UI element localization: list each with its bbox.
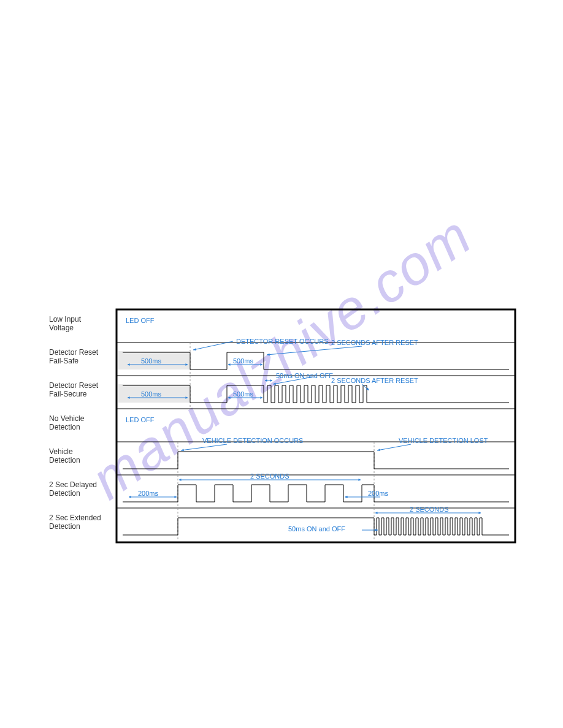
svg-marker-45	[179, 479, 182, 481]
label-after-reset: 2 SECONDS AFTER RESET	[331, 339, 418, 346]
row-label: Vehicle	[49, 447, 73, 456]
svg-marker-34	[270, 379, 272, 382]
row-label: Detection	[49, 423, 80, 431]
svg-text:500ms: 500ms	[233, 390, 254, 398]
svg-marker-55	[375, 512, 378, 514]
label-500ms: 500ms	[141, 357, 162, 365]
svg-text:2 SECONDS: 2 SECONDS	[410, 506, 449, 513]
svg-text:500ms: 500ms	[233, 357, 254, 365]
svg-line-41	[377, 444, 411, 450]
label-50ms: 50ms ON and OFF	[276, 372, 333, 379]
svg-text:2 SECONDS AFTER RESET: 2 SECONDS AFTER RESET	[331, 377, 418, 384]
svg-marker-19	[193, 348, 196, 351]
svg-marker-28	[260, 396, 262, 399]
svg-marker-16	[228, 363, 231, 366]
svg-marker-42	[377, 449, 380, 451]
label-reset-occurs: DETECTOR RESET OCCURS	[236, 338, 329, 345]
label-50ms-ext: 50ms ON and OFF	[288, 525, 345, 533]
row-label: Detector Reset	[49, 381, 99, 390]
svg-marker-15	[260, 363, 262, 366]
row-label: 2 Sec Extended	[49, 514, 101, 522]
svg-marker-48	[129, 496, 131, 498]
svg-line-39	[181, 444, 227, 450]
svg-marker-47	[174, 496, 177, 498]
timing-diagram: Low InputVoltageDetector ResetFail-SafeD…	[0, 0, 563, 728]
svg-marker-51	[345, 496, 348, 498]
svg-text:200ms: 200ms	[368, 490, 389, 497]
row-label: No Vehicle	[49, 414, 85, 423]
row-label: Detection	[49, 456, 80, 464]
row-label: Detection	[49, 522, 80, 531]
led-off-label: LED OFF	[126, 317, 155, 324]
row-label: 2 Sec Delayed	[49, 480, 97, 489]
led-off-label: LED OFF	[126, 416, 155, 423]
label-2sec: 2 SECONDS	[250, 472, 289, 480]
row-label: Detector Reset	[49, 348, 99, 357]
row-label: Low Input	[49, 315, 82, 324]
svg-marker-54	[478, 512, 481, 514]
row-label: Detection	[49, 489, 80, 498]
svg-text:500ms: 500ms	[141, 390, 162, 398]
svg-marker-35	[265, 379, 267, 382]
svg-line-20	[267, 346, 362, 355]
svg-marker-32	[273, 382, 276, 385]
svg-text:200ms: 200ms	[138, 490, 159, 497]
label-vd-lost: VEHICLE DETECTION LOST	[399, 437, 488, 444]
row-label: Fail-Secure	[49, 390, 87, 398]
label-vd-occurs: VEHICLE DETECTION OCCURS	[202, 437, 303, 444]
svg-marker-40	[181, 449, 184, 451]
svg-marker-29	[228, 396, 231, 399]
svg-marker-44	[358, 479, 361, 481]
row-label: Fail-Safe	[49, 357, 79, 365]
row-label: Voltage	[49, 324, 74, 332]
